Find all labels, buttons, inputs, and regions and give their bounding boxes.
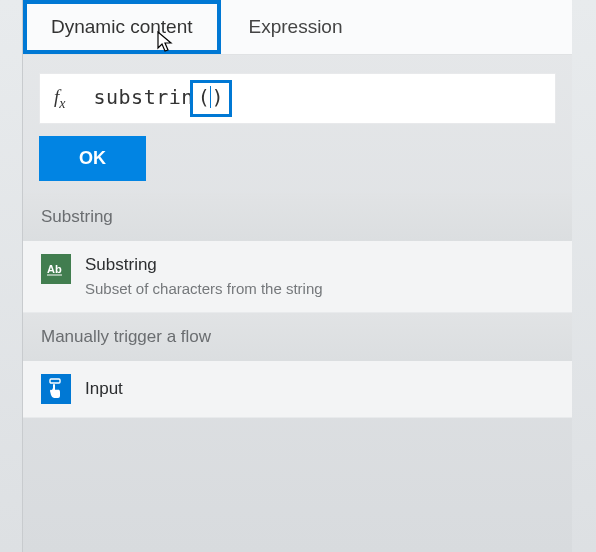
list-item-substring[interactable]: Ab Substring Subset of characters from t… <box>23 241 572 313</box>
tab-dynamic-content[interactable]: Dynamic content <box>23 0 221 54</box>
item-title: Substring <box>85 254 323 276</box>
section-label: Substring <box>41 207 113 226</box>
formula-input[interactable]: fx substrin() <box>39 73 556 124</box>
formula-area: fx substrin() <box>23 55 572 136</box>
tab-expression[interactable]: Expression <box>221 0 371 54</box>
section-header-substring: Substring <box>23 193 572 241</box>
svg-rect-2 <box>50 379 60 383</box>
section-label: Manually trigger a flow <box>41 327 211 346</box>
tab-label: Dynamic content <box>51 16 193 38</box>
tab-bar: Dynamic content Expression <box>23 0 572 55</box>
string-icon: Ab <box>41 254 71 284</box>
formula-prefix: substrin <box>94 85 194 109</box>
formula-text: substrin() <box>94 80 232 117</box>
list-item-input[interactable]: Input <box>23 361 572 418</box>
ok-row: OK <box>23 136 572 193</box>
input-icon <box>41 374 71 404</box>
ok-button[interactable]: OK <box>39 136 146 181</box>
item-text: Input <box>85 374 123 404</box>
svg-text:Ab: Ab <box>47 263 62 275</box>
item-text: Substring Subset of characters from the … <box>85 254 323 299</box>
ok-label: OK <box>79 148 106 168</box>
fx-icon: fx <box>54 86 66 112</box>
item-title: Input <box>85 378 123 400</box>
item-subtitle: Subset of characters from the string <box>85 278 323 299</box>
section-header-trigger: Manually trigger a flow <box>23 313 572 361</box>
caret-highlight: () <box>190 80 232 117</box>
tab-label: Expression <box>249 16 343 38</box>
dynamic-content-panel: Dynamic content Expression fx substrin()… <box>22 0 572 552</box>
